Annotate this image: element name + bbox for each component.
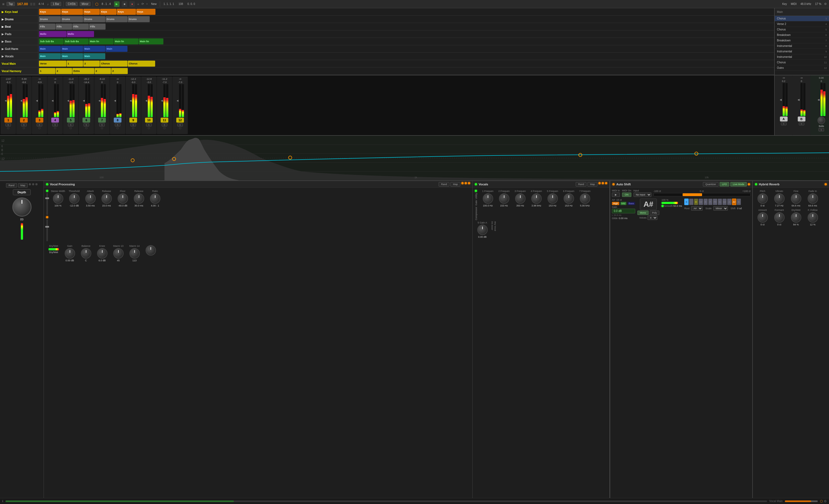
ch-extra-11[interactable] (164, 127, 166, 129)
add-icon[interactable]: + (137, 2, 139, 6)
play-button[interactable]: ▶ (114, 1, 119, 7)
rand-btn-vp[interactable]: Rand (439, 182, 449, 186)
track-name-keys-lead[interactable]: ▶ Keys lead (0, 8, 38, 15)
vocals-eq-led[interactable] (475, 183, 477, 185)
clip-main-g2[interactable]: Main (61, 46, 83, 52)
scene-item-7[interactable]: Instrumental 9 (775, 49, 829, 54)
clip-1h[interactable]: 1 (39, 68, 56, 74)
lfo-btn[interactable]: LFO (720, 182, 729, 186)
master-pan-knob[interactable] (818, 116, 825, 124)
ch-solo-5[interactable]: S (68, 123, 73, 127)
track-name-vocals[interactable]: ▶ Vocals (0, 52, 38, 60)
info-icon[interactable]: ℹ (2, 500, 3, 503)
voices-select[interactable]: 4 (648, 216, 657, 220)
return-b-solo[interactable]: S (799, 122, 804, 125)
clip-chorus-v[interactable]: Chorus (100, 61, 128, 67)
ch-number-12[interactable]: 12 (176, 118, 184, 122)
vp-slider-led-2[interactable] (46, 216, 48, 218)
clip-keys-3[interactable]: Keys (83, 9, 100, 15)
clip-main-g4[interactable]: Main (106, 46, 128, 52)
scene-item-3[interactable]: Chorus 5 (775, 27, 829, 32)
ch-pan-btn-4[interactable]: ◀ (51, 99, 53, 102)
new-label[interactable]: New (150, 2, 158, 6)
clip-subsub-1[interactable]: Sub Sub Ba (39, 38, 64, 44)
scale-key-Ds[interactable]: D# (698, 199, 703, 205)
ch-pan-btn-10[interactable]: ◀ (145, 99, 147, 102)
quantizer-btn[interactable]: Quantizer (703, 182, 719, 186)
track-name-pads[interactable]: ▶ Pads (0, 30, 38, 38)
ch-pan-btn-1[interactable]: ◀ (5, 99, 7, 102)
key-display[interactable]: C#/Db (66, 2, 77, 6)
vp-slider-handle-1[interactable] (45, 197, 49, 199)
scale-key-F[interactable]: F (708, 199, 713, 205)
scale-key-C[interactable]: C (684, 199, 689, 205)
settings-icon-status[interactable]: ⚙ (824, 499, 827, 503)
rand-btn-1[interactable]: Rand (6, 183, 17, 187)
ch-extra-4[interactable] (54, 127, 56, 129)
ch-pan-btn-5[interactable]: ◀ (67, 99, 69, 102)
ch-pan-btn-12[interactable]: ◀ (177, 99, 178, 102)
scene-item-1[interactable]: Chorus 3 (775, 16, 829, 22)
scale-key-Cs[interactable] (689, 199, 693, 205)
clip-main-g1[interactable]: Main (39, 46, 61, 52)
ch-pan-btn-2[interactable]: ◀ (20, 99, 22, 102)
punch-icon[interactable]: ⌖ (146, 2, 148, 6)
clip-fills-3[interactable]: Fills (72, 24, 89, 30)
scale-key-Fs[interactable]: F# (713, 199, 717, 205)
scale-key-Gs[interactable]: G# (722, 199, 727, 205)
clip-main-v3[interactable]: Main (83, 53, 105, 59)
map-btn-1[interactable]: Map (18, 183, 28, 187)
ch-solo-2[interactable]: S (21, 123, 27, 127)
clip-keys-5[interactable]: Keys (117, 9, 136, 15)
ch-extra-10[interactable] (148, 127, 150, 129)
clip-keys-4[interactable]: Keys (100, 9, 116, 15)
clip-subsub-2[interactable]: Sub Sub Ba (64, 38, 88, 44)
scene-item-9[interactable]: Chorus 11 (775, 60, 829, 65)
map-btn-vp[interactable]: Map (450, 182, 460, 186)
ch-pan-btn-7[interactable]: ◀ (99, 99, 100, 102)
stop-button[interactable]: ■ (122, 1, 127, 7)
ch-number-9[interactable]: 9 (130, 118, 137, 122)
poly-btn[interactable]: Poly (650, 211, 659, 215)
ch-extra-5[interactable] (70, 127, 72, 129)
clip-keys-6[interactable]: Keys (136, 9, 155, 15)
scale-select[interactable]: Minor (713, 206, 728, 211)
master-pan-left[interactable]: ◀ (818, 98, 820, 101)
pitch-led[interactable] (755, 183, 757, 185)
position-display[interactable]: 8 . 1 . 4 (101, 2, 112, 6)
input-select[interactable]: No Input (634, 192, 651, 197)
clip-drums-1[interactable]: Drums (39, 16, 61, 22)
ch-solo-3[interactable]: S (37, 123, 42, 127)
ch-pan-btn-3[interactable]: ◀ (36, 99, 38, 102)
clip-main-bass3[interactable]: Main lin (139, 38, 164, 44)
tempo-display[interactable]: 167.00 (17, 2, 28, 6)
scale-key-B[interactable]: B (736, 199, 741, 205)
ch-extra-12[interactable] (179, 127, 181, 129)
ch-extra-2[interactable] (23, 127, 25, 129)
ch-pan-btn-6[interactable]: ◀ (83, 99, 85, 102)
ch-solo-7[interactable]: S (99, 123, 105, 127)
playback-bar[interactable] (5, 500, 767, 502)
device-led-1[interactable] (46, 183, 48, 185)
track-name-vocal-main[interactable]: Vocal Main (0, 60, 38, 67)
arrangement-icon[interactable]: ⬡ (95, 2, 99, 6)
clip-mello-1[interactable]: Mello (39, 31, 66, 37)
rand-btn-voc[interactable]: Rand (576, 182, 587, 186)
ch-solo-6[interactable]: S (84, 123, 89, 127)
track-name-guit[interactable]: ▶ Guit Harm (0, 45, 38, 52)
scene-item-4[interactable]: Breakdown 6 (775, 32, 829, 38)
return-b-pan-left[interactable]: ◀ (797, 98, 800, 101)
time-sig[interactable]: 4 / 4 (37, 2, 45, 6)
return-a-pan-left[interactable]: ◀ (780, 98, 782, 101)
scale-key-D[interactable]: D (694, 199, 698, 205)
scene-item-2[interactable]: Verse 2 4 (775, 22, 829, 27)
hamburger-icon[interactable]: ≡ (2, 2, 4, 6)
scale-display[interactable]: Minor (80, 2, 91, 6)
ch-solo-8[interactable]: S (115, 123, 120, 127)
ch-number-3[interactable]: 3 (36, 118, 43, 122)
clip-fills-2[interactable]: Fills (56, 24, 72, 30)
clip-2h2[interactable]: 2 (95, 68, 111, 74)
record-button[interactable]: ● (130, 1, 135, 7)
clip-drums-5[interactable]: Drums (128, 16, 150, 22)
ch-extra-3[interactable] (38, 127, 41, 129)
